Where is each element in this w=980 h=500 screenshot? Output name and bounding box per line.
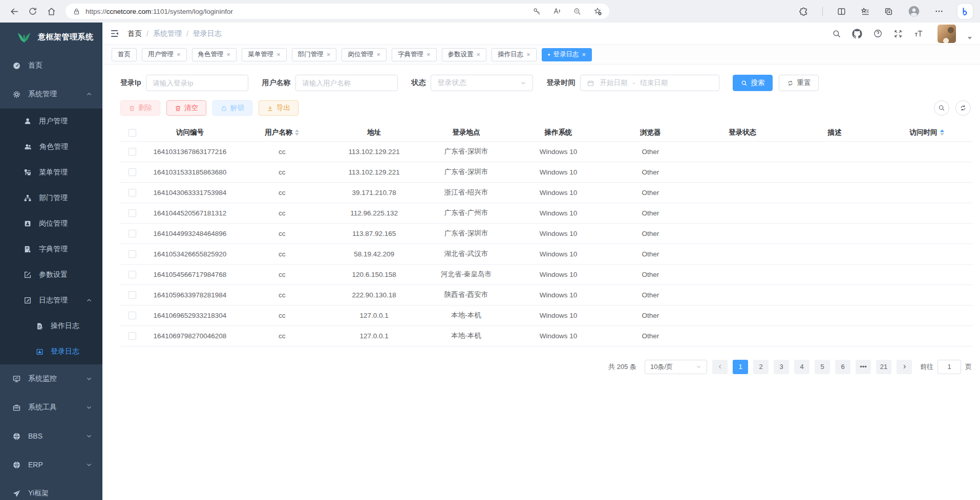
help-icon[interactable] [873, 29, 883, 38]
row-checkbox[interactable] [129, 189, 136, 197]
tab-close-icon[interactable]: × [582, 51, 586, 58]
sidebar-item-post-mgmt[interactable]: 岗位管理 [0, 211, 102, 236]
collections-icon[interactable] [884, 7, 893, 16]
sidebar-item-user-mgmt[interactable]: 用户管理 [0, 108, 102, 134]
favorites-bar-icon[interactable] [860, 7, 870, 16]
export-button[interactable]: 导出 [259, 100, 299, 116]
row-checkbox[interactable] [129, 291, 136, 299]
sidebar-item-erp[interactable]: ERP [0, 450, 102, 479]
tab-post-mgmt[interactable]: 岗位管理× [342, 48, 387, 61]
page-button-6[interactable]: 6 [835, 360, 850, 374]
tab-operation-log[interactable]: 操作日志× [492, 48, 537, 61]
row-checkbox[interactable] [129, 209, 136, 217]
sidebar-item-param-settings[interactable]: 参数设置 [0, 262, 102, 288]
status-select[interactable]: 登录状态 [431, 75, 533, 91]
extensions-icon[interactable] [799, 7, 808, 16]
tab-dict-mgmt[interactable]: 字典管理× [392, 48, 437, 61]
sidebar-item-log-mgmt[interactable]: 日志管理 [0, 288, 102, 313]
breadcrumb-system[interactable]: 系统管理 [153, 29, 182, 38]
search-icon[interactable] [832, 29, 841, 38]
table-refresh-button[interactable] [955, 100, 971, 116]
tab-close-icon[interactable]: × [177, 51, 181, 58]
page-button-21[interactable]: 21 [876, 360, 891, 374]
login-ip-input[interactable] [153, 79, 242, 87]
read-aloud-icon[interactable] [552, 7, 562, 16]
user-avatar[interactable] [938, 25, 956, 43]
profile-icon[interactable] [907, 5, 921, 18]
page-button-4[interactable]: 4 [794, 360, 809, 374]
sort-carets-icon[interactable] [940, 129, 944, 136]
unlock-button[interactable]: 解锁 [212, 100, 252, 116]
tab-close-icon[interactable]: × [477, 51, 481, 58]
sidebar-item-dict-mgmt[interactable]: 字典管理 [0, 236, 102, 262]
browser-refresh-button[interactable] [24, 3, 42, 20]
browser-home-button[interactable] [42, 3, 60, 20]
page-button-1[interactable]: 1 [733, 360, 748, 374]
fullscreen-icon[interactable] [893, 29, 903, 38]
sidebar-item-home[interactable]: 首页 [0, 51, 102, 80]
sidebar-item-yi-framework[interactable]: Yi框架 [0, 479, 102, 500]
more-pages-button[interactable]: ••• [856, 360, 871, 374]
page-button-5[interactable]: 5 [815, 360, 830, 374]
col-visit-time[interactable]: 访问时间 [881, 124, 973, 141]
github-icon[interactable] [852, 29, 862, 39]
breadcrumb-home[interactable]: 首页 [127, 29, 142, 38]
tab-login-log[interactable]: ●登录日志× [542, 48, 592, 61]
sidebar-item-menu-mgmt[interactable]: 菜单管理 [0, 160, 102, 185]
sidebar-item-bbs[interactable]: BBS [0, 422, 102, 450]
split-screen-icon[interactable] [837, 7, 846, 16]
prev-page-button[interactable] [712, 360, 728, 374]
clear-button[interactable]: 清空 [166, 100, 206, 116]
sidebar-item-tools[interactable]: 系统工具 [0, 393, 102, 422]
bing-chat-button[interactable] [957, 4, 973, 19]
reset-button[interactable]: 重置 [779, 75, 819, 91]
row-checkbox[interactable] [129, 312, 136, 319]
date-range-picker[interactable]: 开始日期 - 结束日期 [580, 75, 719, 91]
tab-role-mgmt[interactable]: 角色管理× [192, 48, 237, 61]
sidebar-item-system[interactable]: 系统管理 [0, 80, 102, 108]
sidebar-collapse-button[interactable] [110, 29, 119, 38]
sidebar-item-operation-log[interactable]: 操作日志 [0, 313, 102, 339]
sidebar-item-monitor[interactable]: 系统监控 [0, 364, 102, 393]
tab-close-icon[interactable]: × [526, 51, 530, 58]
table-search-toggle-button[interactable] [934, 100, 949, 116]
tab-close-icon[interactable]: × [227, 51, 231, 58]
tab-user-mgmt[interactable]: 用户管理× [142, 48, 187, 61]
tab-close-icon[interactable]: × [327, 51, 331, 58]
sidebar-item-dept-mgmt[interactable]: 部门管理 [0, 185, 102, 211]
favorite-star-add-icon[interactable] [593, 7, 602, 16]
page-button-3[interactable]: 3 [774, 360, 789, 374]
row-checkbox[interactable] [129, 332, 136, 340]
font-size-icon[interactable] [913, 29, 924, 38]
col-username[interactable]: 用户名称 [236, 124, 328, 141]
next-page-button[interactable] [897, 360, 912, 374]
avatar-caret-icon[interactable] [968, 37, 972, 39]
select-all-checkbox[interactable] [129, 129, 136, 137]
row-checkbox[interactable] [129, 230, 136, 237]
sort-carets-icon[interactable] [295, 129, 299, 136]
username-input[interactable] [302, 79, 391, 87]
row-checkbox[interactable] [129, 250, 136, 258]
tab-close-icon[interactable]: × [276, 51, 281, 58]
row-checkbox[interactable] [129, 168, 136, 176]
tab-param-settings[interactable]: 参数设置× [442, 48, 487, 61]
zoom-out-icon[interactable] [573, 7, 582, 16]
tab-dept-mgmt[interactable]: 部门管理× [292, 48, 337, 61]
browser-back-button[interactable] [5, 3, 24, 20]
tab-close-icon[interactable]: × [376, 51, 380, 58]
tab-close-icon[interactable]: × [427, 51, 431, 58]
password-key-icon[interactable] [532, 7, 541, 16]
sidebar-item-login-log[interactable]: 登录日志 [0, 339, 102, 364]
page-size-select[interactable]: 10条/页 [645, 360, 707, 374]
row-checkbox[interactable] [129, 271, 136, 278]
sidebar-item-role-mgmt[interactable]: 角色管理 [0, 134, 102, 160]
tab-home[interactable]: 首页 [112, 48, 137, 61]
more-menu-icon[interactable] [934, 7, 944, 16]
tab-menu-mgmt[interactable]: 菜单管理× [242, 48, 287, 61]
page-button-2[interactable]: 2 [753, 360, 769, 374]
row-checkbox[interactable] [129, 148, 136, 156]
search-button[interactable]: 搜索 [733, 75, 773, 91]
goto-page-input[interactable] [938, 360, 961, 374]
url-bar[interactable]: https://ccnetcore.com:1101/system/log/lo… [66, 4, 609, 19]
delete-button[interactable]: 删除 [120, 100, 160, 116]
